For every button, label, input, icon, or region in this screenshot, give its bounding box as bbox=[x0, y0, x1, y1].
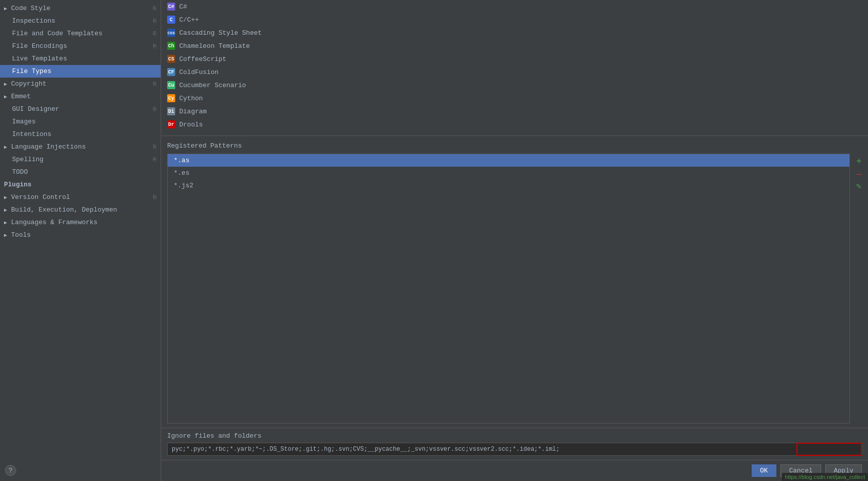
sidebar-item-code-style[interactable]: ▶Code Style⎘ bbox=[0, 2, 161, 15]
sidebar-item-languages-frameworks[interactable]: ▶Languages & Frameworks bbox=[0, 216, 161, 229]
sidebar-label-text-build-execution: Build, Execution, Deploymen bbox=[11, 206, 117, 214]
sidebar-item-spelling[interactable]: Spelling⎘ bbox=[0, 153, 161, 166]
add-pattern-button[interactable]: + bbox=[854, 156, 864, 167]
sidebar-label-text-file-and-code-templates: File and Code Templates bbox=[12, 30, 102, 37]
sidebar-item-label-code-style: ▶Code Style bbox=[4, 5, 50, 12]
file-type-icon-cython: Cy bbox=[167, 94, 175, 102]
pattern-es[interactable]: *.es bbox=[168, 167, 849, 179]
file-type-label-css: Cascading Style Sheet bbox=[179, 29, 262, 37]
sidebar-item-label-copyright: ▶Copyright bbox=[4, 80, 46, 88]
sidebar-item-images[interactable]: Images bbox=[0, 115, 161, 128]
sidebar-item-label-file-and-code-templates: File and Code Templates bbox=[12, 30, 102, 37]
sidebar-item-file-types[interactable]: File Types bbox=[0, 65, 161, 78]
sidebar-item-file-encodings[interactable]: File Encodings⎘ bbox=[0, 40, 161, 52]
copy-icon-copyright: ⎘ bbox=[153, 81, 157, 87]
sidebar-label-text-file-types: File Types bbox=[12, 67, 51, 75]
sidebar-item-label-file-encodings: File Encodings bbox=[12, 42, 67, 50]
ok-button[interactable]: OK bbox=[752, 464, 777, 477]
help-button[interactable]: ? bbox=[5, 465, 16, 476]
sidebar-label-text-version-control: Version Control bbox=[11, 193, 70, 201]
patterns-section: Registered Patterns *.as*.es*.js2 + − ✎ bbox=[161, 136, 868, 428]
sidebar-item-file-and-code-templates[interactable]: File and Code Templates⎘ bbox=[0, 27, 161, 40]
file-type-diagram[interactable]: DiDiagram bbox=[161, 105, 868, 118]
sidebar-label-text-live-templates: Live Templates bbox=[12, 55, 67, 62]
file-type-label-diagram: Diagram bbox=[179, 108, 207, 115]
sidebar-item-copyright[interactable]: ▶Copyright⎘ bbox=[0, 78, 161, 90]
pattern-as[interactable]: *.as bbox=[168, 154, 849, 167]
sidebar-label-text-todo: TODO bbox=[12, 168, 28, 176]
file-type-cython[interactable]: CyCython bbox=[161, 92, 868, 105]
arrow-icon-code-style: ▶ bbox=[4, 6, 7, 12]
file-type-icon-coffeescript: CS bbox=[167, 55, 175, 63]
file-type-cucumber[interactable]: CuCucumber Scenario bbox=[161, 79, 868, 92]
url-bar: https://blog.csdn.net/java_collect bbox=[782, 473, 868, 481]
sidebar-item-label-languages-frameworks: ▶Languages & Frameworks bbox=[4, 219, 98, 226]
sidebar-item-label-live-templates: Live Templates bbox=[12, 55, 67, 62]
file-type-css[interactable]: CSSCascading Style Sheet bbox=[161, 26, 868, 39]
arrow-icon-language-injections: ▶ bbox=[4, 144, 7, 150]
registered-patterns-label: Registered Patterns bbox=[161, 140, 868, 154]
sidebar-label-text-gui-designer: GUI Designer bbox=[12, 105, 59, 113]
sidebar-item-gui-designer[interactable]: GUI Designer⎘ bbox=[0, 103, 161, 115]
patterns-list-container: *.as*.es*.js2 + − ✎ bbox=[161, 154, 868, 424]
sidebar-item-plugins[interactable]: Plugins bbox=[0, 178, 161, 191]
file-type-label-cpp: C/C++ bbox=[179, 16, 199, 24]
patterns-list: *.as*.es*.js2 bbox=[167, 154, 850, 424]
bottom-bar: OK Cancel Apply bbox=[161, 460, 868, 481]
sidebar-item-label-spelling: Spelling bbox=[12, 156, 43, 163]
arrow-icon-version-control: ▶ bbox=[4, 194, 7, 200]
file-type-csharp[interactable]: C#C# bbox=[161, 0, 868, 13]
remove-pattern-button[interactable]: − bbox=[854, 169, 864, 180]
sidebar-item-intentions[interactable]: Intentions bbox=[0, 128, 161, 141]
sidebar-item-inspections[interactable]: Inspections⎘ bbox=[0, 15, 161, 27]
sidebar-item-label-emmet: ▶Emmet bbox=[4, 93, 31, 100]
copy-icon-gui-designer: ⎘ bbox=[153, 106, 157, 112]
sidebar-item-label-intentions: Intentions bbox=[12, 130, 51, 138]
sidebar-item-live-templates[interactable]: Live Templates bbox=[0, 52, 161, 65]
file-type-chameleon[interactable]: ChChameleon Template bbox=[161, 39, 868, 52]
edit-pattern-button[interactable]: ✎ bbox=[854, 182, 864, 191]
pattern-js2[interactable]: *.js2 bbox=[168, 179, 849, 192]
file-type-coldfusion[interactable]: CFColdFusion bbox=[161, 65, 868, 79]
sidebar-item-label-plugins: Plugins bbox=[4, 181, 32, 188]
sidebar-label-text-code-style: Code Style bbox=[11, 5, 50, 12]
sidebar-label-text-inspections: Inspections bbox=[12, 17, 55, 25]
sidebar-item-emmet[interactable]: ▶Emmet bbox=[0, 90, 161, 103]
sidebar-item-label-inspections: Inspections bbox=[12, 17, 55, 25]
file-type-icon-drools: Dr bbox=[167, 120, 175, 128]
sidebar-item-version-control[interactable]: ▶Version Control⎘ bbox=[0, 191, 161, 203]
copy-icon-inspections: ⎘ bbox=[153, 18, 157, 24]
sidebar-item-tools[interactable]: ▶Tools bbox=[0, 229, 161, 241]
file-type-label-csharp: C# bbox=[179, 3, 187, 11]
content-area: C#C#CC/C++CSSCascading Style SheetChCham… bbox=[161, 0, 868, 481]
sidebar-item-label-gui-designer: GUI Designer bbox=[12, 105, 59, 113]
file-type-icon-coldfusion: CF bbox=[167, 68, 175, 76]
file-type-icon-csharp: C# bbox=[167, 3, 175, 11]
sidebar-label-text-file-encodings: File Encodings bbox=[12, 42, 67, 50]
sidebar-label-text-language-injections: Language Injections bbox=[11, 143, 86, 151]
file-type-drools[interactable]: DrDrools bbox=[161, 118, 868, 131]
sidebar-label-text-plugins: Plugins bbox=[4, 181, 32, 188]
sidebar-item-label-todo: TODO bbox=[12, 168, 28, 176]
sidebar-item-todo[interactable]: TODO bbox=[0, 166, 161, 178]
sidebar-label-text-copyright: Copyright bbox=[11, 80, 46, 88]
file-type-label-coffeescript: CoffeeScript bbox=[179, 55, 227, 63]
file-type-icon-css: CSS bbox=[167, 29, 175, 37]
sidebar-item-label-build-execution: ▶Build, Execution, Deploymen bbox=[4, 206, 117, 214]
file-type-coffeescript[interactable]: CSCoffeeScript bbox=[161, 52, 868, 65]
sidebar-item-language-injections[interactable]: ▶Language Injections⎘ bbox=[0, 141, 161, 153]
sidebar-item-build-execution[interactable]: ▶Build, Execution, Deploymen bbox=[0, 203, 161, 216]
file-type-label-coldfusion: ColdFusion bbox=[179, 68, 219, 76]
ignore-input-container bbox=[167, 443, 862, 456]
sidebar-label-text-languages-frameworks: Languages & Frameworks bbox=[11, 219, 98, 226]
ignore-section: Ignore files and folders bbox=[161, 428, 868, 460]
copy-icon-file-encodings: ⎘ bbox=[153, 43, 157, 49]
sidebar-label-text-tools: Tools bbox=[11, 231, 31, 239]
file-type-cpp[interactable]: CC/C++ bbox=[161, 13, 868, 26]
copy-icon-file-and-code-templates: ⎘ bbox=[153, 31, 157, 37]
sidebar-item-label-images: Images bbox=[12, 118, 36, 125]
arrow-icon-emmet: ▶ bbox=[4, 94, 7, 100]
ignore-input[interactable] bbox=[167, 443, 862, 456]
arrow-icon-copyright: ▶ bbox=[4, 81, 7, 87]
file-type-label-drools: Drools bbox=[179, 121, 203, 128]
